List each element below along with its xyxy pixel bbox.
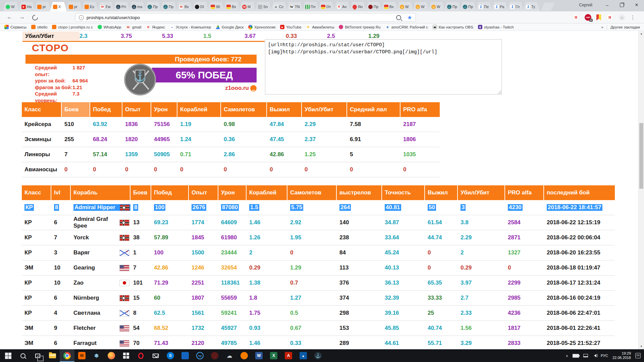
column-header[interactable]: Опыт bbox=[189, 185, 218, 200]
dark-red-app-icon[interactable] bbox=[207, 349, 222, 362]
ship-row[interactable]: КР6Admiral Graf Spee1369.231774646091.46… bbox=[22, 215, 615, 230]
bookmark-item[interactable]: Яндекс bbox=[144, 23, 167, 31]
bookmark-item[interactable]: gmail bbox=[124, 23, 144, 31]
browser-tab[interactable]: pr bbox=[34, 2, 51, 11]
mail-icon[interactable] bbox=[148, 349, 163, 362]
orange-app-icon[interactable] bbox=[237, 349, 252, 362]
ship-row[interactable]: КР7Yorck3857.891845619801.261.9523833.64… bbox=[22, 230, 615, 245]
browser-tab[interactable]: Вх bbox=[381, 2, 398, 11]
browser-tab[interactable]: Вх bbox=[223, 2, 240, 11]
browser-tab[interactable]: Sn bbox=[255, 2, 272, 11]
bookmark-item[interactable]: Как настроить OBS bbox=[430, 23, 476, 31]
bbcode-textarea[interactable]: [url=http://proships.ru/stat/user/CTOPO]… bbox=[265, 39, 502, 95]
ship-row[interactable]: КР4Светлана862.51561592411.750.529839.16… bbox=[22, 306, 615, 321]
site-credit-label[interactable]: z1ooo.ru bbox=[225, 85, 249, 92]
snowflake-app-icon[interactable]: ❄ bbox=[89, 349, 104, 362]
browser-tab[interactable]: W bbox=[397, 2, 414, 11]
column-header[interactable]: Класс bbox=[22, 102, 62, 117]
bookmark-item[interactable]: amoCRM: Рабочий с bbox=[383, 23, 430, 31]
browser-tab[interactable]: Ha bbox=[18, 2, 35, 11]
column-header[interactable]: Кораблей bbox=[177, 102, 221, 117]
browser-tab[interactable]: DI bbox=[192, 2, 209, 11]
forward-button[interactable]: → bbox=[19, 14, 25, 20]
wows-icon[interactable]: ⚓ bbox=[311, 349, 325, 362]
bookmark-item[interactable]: Услуги - Компьютер bbox=[167, 23, 213, 31]
minimize-button[interactable]: – bbox=[600, 0, 614, 10]
browser-tab[interactable]: Ан bbox=[334, 2, 351, 11]
browser-tab[interactable]: W bbox=[3, 2, 19, 11]
column-header[interactable]: Убил/Убит bbox=[302, 102, 347, 117]
language-indicator[interactable]: РУС bbox=[601, 354, 608, 358]
browser-tab[interactable]: Пр bbox=[160, 2, 177, 11]
chrome-icon[interactable] bbox=[60, 349, 74, 362]
class-table-row[interactable]: Эсминцы25568.241820449651.240.3647.452.3… bbox=[22, 132, 440, 147]
smiley-extension-icon[interactable]: ☺ bbox=[619, 14, 625, 21]
restore-button[interactable] bbox=[614, 0, 629, 10]
acrobat-icon[interactable]: A bbox=[281, 349, 296, 362]
ship-row[interactable]: ЭМ10Gearing742.861246326540.291.2911340.… bbox=[22, 260, 615, 276]
class-table-row[interactable]: Линкоры757.141359509050.712.8642.861.255… bbox=[22, 147, 440, 162]
column-header[interactable]: Побед bbox=[90, 102, 122, 117]
volume-icon[interactable] bbox=[592, 354, 596, 357]
browser-tab[interactable]: Гл bbox=[507, 2, 524, 11]
browser-tab[interactable]: Pri bbox=[113, 2, 130, 11]
scroll-up-arrow[interactable]: ▲ bbox=[639, 31, 644, 37]
browser-tab[interactable]: М bbox=[239, 2, 256, 11]
grid-app-icon[interactable] bbox=[119, 349, 133, 362]
browser-tab[interactable]: ma bbox=[129, 2, 146, 11]
hp-icon[interactable]: hp bbox=[193, 349, 207, 362]
photos-icon[interactable]: ▲ bbox=[296, 349, 311, 362]
browser-tab[interactable]: Пр bbox=[444, 2, 461, 11]
column-header[interactable]: Боев bbox=[130, 185, 151, 200]
bookmark-item[interactable]: ctopo | proships.ru c bbox=[50, 23, 95, 31]
cloud-app-icon[interactable]: ☁ bbox=[222, 349, 237, 362]
close-button[interactable]: × bbox=[629, 0, 644, 10]
yandex-extension-icon-2[interactable]: Я bbox=[606, 14, 613, 21]
scrollbar[interactable]: ▲ ▼ bbox=[638, 31, 644, 349]
browser-tab[interactable]: Ту bbox=[523, 2, 540, 11]
browser-tab[interactable]: Вх bbox=[176, 2, 193, 11]
search-icon[interactable] bbox=[15, 349, 30, 362]
browser-tab[interactable]: W bbox=[413, 2, 429, 11]
ship-row[interactable]: КР6Nürnberg15601807556591.81.2737432.393… bbox=[22, 291, 615, 306]
skype-icon[interactable]: S bbox=[163, 349, 178, 362]
column-header[interactable]: Кораблей bbox=[247, 185, 287, 200]
column-header[interactable]: Средний лвл bbox=[347, 102, 400, 117]
column-header[interactable]: Опыт bbox=[122, 102, 151, 117]
tray-chevron-up-icon[interactable]: ∧ bbox=[566, 354, 568, 358]
column-header[interactable]: Корабль bbox=[71, 185, 130, 200]
browser-tab[interactable]: Пр bbox=[365, 2, 382, 11]
active-tab[interactable]: X bbox=[50, 2, 67, 11]
browser-tab[interactable]: Сс bbox=[271, 2, 287, 11]
notification-center-icon[interactable] bbox=[635, 353, 641, 358]
reload-button[interactable] bbox=[31, 13, 39, 21]
column-header[interactable]: Самолетов bbox=[287, 185, 337, 200]
column-header[interactable]: выстрелов bbox=[337, 185, 382, 200]
browser-tab[interactable]: W bbox=[428, 2, 445, 11]
blue-app-icon[interactable] bbox=[178, 349, 193, 362]
yandex-extension-icon[interactable]: Я bbox=[572, 14, 580, 21]
excel-icon[interactable]: X bbox=[266, 349, 281, 362]
zoom-icon[interactable] bbox=[396, 15, 401, 20]
column-header[interactable]: Урон bbox=[218, 185, 247, 200]
column-header[interactable]: Точность bbox=[382, 185, 425, 200]
column-header[interactable]: Боев bbox=[62, 102, 90, 117]
bookmark-star-icon[interactable]: ★ bbox=[407, 14, 412, 21]
word-icon[interactable]: W bbox=[252, 349, 266, 362]
url-text[interactable]: proships.ru/stat/user/ctopo bbox=[87, 15, 140, 20]
browser-tab[interactable]: TN bbox=[286, 2, 303, 11]
column-header[interactable]: последний бой bbox=[544, 185, 615, 200]
adblock-extension-icon[interactable]: ABP2 bbox=[585, 14, 591, 21]
ship-row[interactable]: КР10Zao10171.2922511183611.380.737636.13… bbox=[22, 276, 615, 291]
column-header[interactable]: Самолетов bbox=[221, 102, 267, 117]
column-header[interactable]: Побед bbox=[151, 185, 189, 200]
task-view-icon[interactable] bbox=[30, 349, 45, 362]
column-header[interactable]: PRO alfa bbox=[400, 102, 440, 117]
bookmark-item[interactable]: Google Диск bbox=[213, 23, 246, 31]
bookmark-item[interactable]: Сервисы bbox=[2, 23, 29, 31]
column-header[interactable]: Класс bbox=[22, 185, 51, 200]
bookmark-item[interactable]: YouTube bbox=[278, 23, 304, 31]
address-bar[interactable]: i proships.ru/stat/user/ctopo ★ bbox=[75, 13, 416, 22]
start-button[interactable] bbox=[1, 349, 15, 362]
class-table-row[interactable]: Крейсера51063.921836751561.190.9847.842.… bbox=[22, 117, 440, 132]
